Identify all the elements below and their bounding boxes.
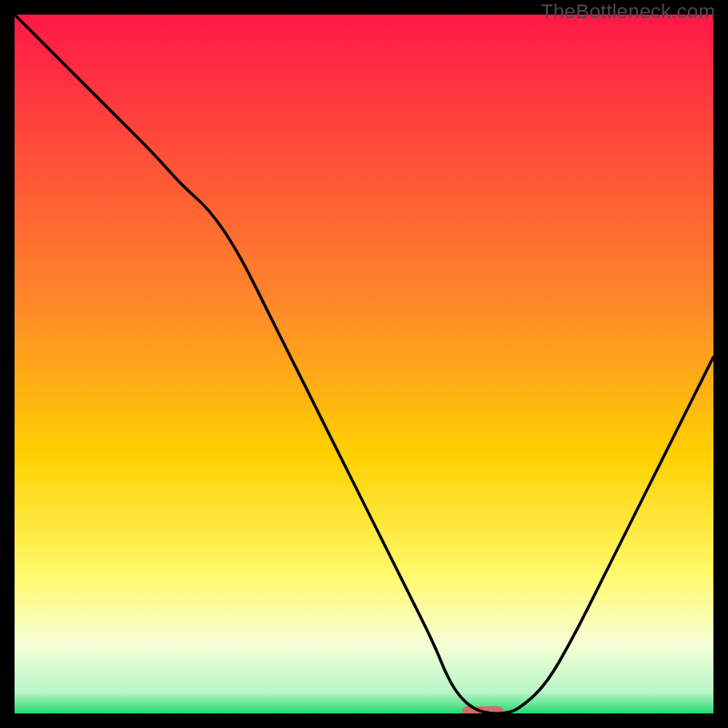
watermark-text: TheBottleneck.com [541, 0, 715, 24]
chart-svg [15, 15, 713, 713]
plot-area [15, 15, 713, 713]
chart-frame: TheBottleneck.com [0, 0, 728, 728]
